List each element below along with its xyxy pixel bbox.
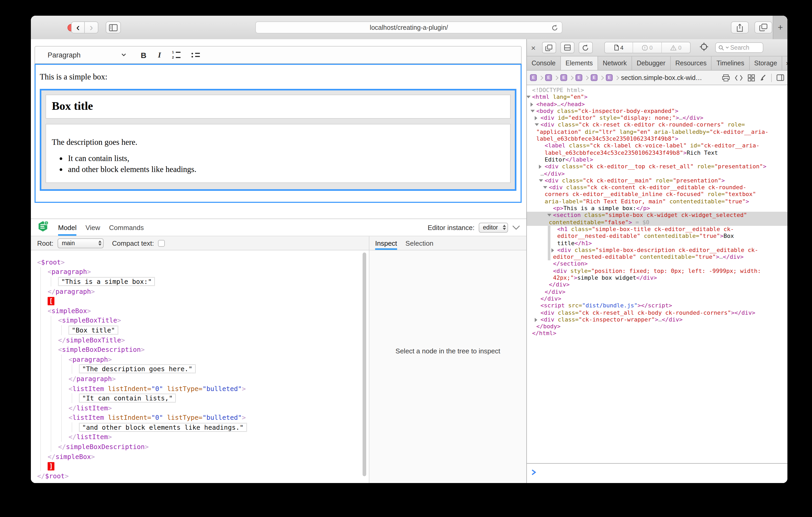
dom-tree-row[interactable]: <html lang="en"> — [527, 94, 787, 101]
model-tree-row[interactable]: "It can contain lists," — [37, 393, 369, 403]
devtools-tab-debugger[interactable]: Debugger — [632, 57, 671, 70]
element-badge[interactable]: E — [560, 74, 567, 81]
dom-tree-row[interactable]: label_e63cbbfece34c53ce23501062343f49b8"… — [527, 149, 787, 156]
model-tree-row[interactable]: </paragraph> — [37, 374, 369, 384]
address-bar[interactable]: localhost/creating-a-plugin/ — [255, 22, 562, 33]
dom-tree-row[interactable]: <!DOCTYPE html> — [527, 87, 787, 94]
devtools-tab-timelines[interactable]: Timelines — [712, 57, 750, 70]
compact-text-checkbox[interactable] — [158, 240, 165, 246]
disclosure-collapsed-icon[interactable] — [539, 165, 542, 169]
styles-brush-icon[interactable] — [760, 74, 766, 81]
devtools-tab-network[interactable]: Network — [598, 57, 632, 70]
back-button[interactable]: ‹ — [71, 22, 85, 33]
inspector-tab-view[interactable]: View — [86, 219, 100, 236]
layout-grid-icon[interactable] — [748, 74, 755, 81]
sidebar-toggle-button[interactable] — [106, 22, 121, 33]
model-tree-row[interactable]: "Box title" — [37, 325, 369, 335]
more-tabs-button[interactable]: » — [782, 57, 787, 70]
detach-devtools-button[interactable] — [542, 42, 556, 53]
warning-count[interactable]: 0 — [661, 42, 690, 53]
element-badge[interactable]: E — [591, 74, 598, 81]
print-icon[interactable] — [722, 74, 730, 81]
dom-tree-row[interactable]: </div> — [527, 288, 787, 295]
dom-tree-row[interactable]: <div class="ck ck-editor__main" role="pr… — [527, 177, 787, 184]
dom-tree-row[interactable]: <script src="dist/bundle.js"></script> — [527, 302, 787, 309]
devtools-tab-console[interactable]: Console — [527, 57, 561, 70]
element-badge[interactable]: E — [545, 74, 552, 81]
dom-tree-row[interactable]: </div> — [527, 295, 787, 302]
model-tree-row[interactable]: <listItem listIndent="0" listType="bulle… — [37, 413, 369, 422]
dom-tree-row[interactable]: <h1 class="simple-box-title ck-editor__e… — [527, 226, 787, 233]
dom-tree-row[interactable]: <body class="ck-inspector-body-expanded"… — [527, 108, 787, 115]
model-tree-row[interactable]: </simpleBoxTitle> — [37, 335, 369, 345]
box-title-text[interactable]: Box title — [52, 99, 510, 113]
dom-tree-row[interactable]: 42px;">simple box widget</div> — [527, 274, 787, 281]
model-tree-row[interactable]: <$root> — [37, 257, 369, 267]
heading-dropdown-chevron-icon[interactable] — [121, 53, 126, 57]
dom-tree-row[interactable]: "application" dir="ltr" lang="en" aria-l… — [527, 129, 787, 136]
model-tree-row[interactable]: [ — [37, 296, 369, 306]
dom-tree-row[interactable]: <div class="ck ck-reset_all ck-body ck-r… — [527, 309, 787, 316]
editor-editable-area[interactable]: This is a simple box: Box title The desc… — [34, 64, 522, 203]
simple-box-title-field[interactable]: Box title — [46, 95, 511, 119]
italic-button[interactable]: I — [158, 51, 161, 59]
forward-button[interactable]: › — [85, 22, 98, 33]
model-tree-row[interactable]: "The description goes here." — [37, 364, 369, 374]
dom-tree-row[interactable]: corners ck-editor__editable_inline ck-fo… — [527, 191, 787, 198]
dom-tree-row[interactable]: <section class="simple-box ck-widget ck-… — [527, 212, 787, 219]
disclosure-collapsed-icon[interactable] — [535, 116, 537, 120]
model-tree-row[interactable]: </simpleBoxDescription> — [37, 442, 369, 452]
disclosure-expanded-icon[interactable] — [530, 110, 535, 112]
heading-dropdown[interactable]: Paragraph — [48, 51, 81, 59]
disclosure-expanded-icon[interactable] — [547, 214, 551, 217]
dom-tree-row[interactable]: Editor</label> — [527, 156, 787, 163]
dom-tree-row[interactable]: editor__nested-editable" contenteditable… — [527, 233, 787, 240]
disclosure-expanded-icon[interactable] — [539, 179, 543, 182]
devtools-tab-storage[interactable]: Storage — [750, 57, 782, 70]
dom-tree-row[interactable]: <div class="ck-inspector-wrapper">…</div… — [527, 316, 787, 323]
dom-tree-row[interactable]: <head>…</head> — [527, 101, 787, 108]
dom-tree-row[interactable]: <div class="ck ck-reset ck-editor ck-rou… — [527, 122, 787, 129]
inspector-side-tab-inspect[interactable]: Inspect — [375, 236, 397, 250]
breadcrumb-current[interactable]: section.simple-box.ck-wid… — [621, 74, 702, 81]
source-code-icon[interactable] — [734, 74, 743, 81]
bold-button[interactable]: B — [141, 51, 146, 59]
element-badge[interactable]: E — [576, 74, 582, 81]
element-badge[interactable]: E — [606, 74, 613, 81]
dom-tree-row[interactable]: editor__nested-editable" contenteditable… — [527, 253, 787, 261]
disclosure-expanded-icon[interactable] — [535, 124, 539, 126]
simple-box-widget[interactable]: Box title The description goes here. It … — [40, 89, 516, 191]
dom-tree-row[interactable]: title</h1> — [527, 240, 787, 247]
disclosure-expanded-icon[interactable] — [543, 186, 547, 189]
collapse-inspector-icon[interactable] — [512, 225, 520, 230]
dom-tree-row[interactable]: <div style="position: fixed; top: 0px; l… — [527, 267, 787, 274]
dom-tree-row[interactable]: contenteditable="false"> = $0 — [527, 219, 787, 226]
tab-overview-button[interactable] — [754, 22, 772, 33]
box-bullet-list[interactable]: It can contain lists,and other block ele… — [52, 154, 510, 174]
inspector-side-tab-selection[interactable]: Selection — [405, 236, 433, 250]
root-select[interactable]: main — [58, 238, 104, 248]
dom-tree-row[interactable]: </div> — [527, 281, 787, 288]
model-tree-row[interactable]: <paragraph> — [37, 355, 369, 364]
dom-tree-row[interactable]: …</div> — [527, 170, 787, 177]
dom-tree-row[interactable]: <div id="editor" style="display: none;">… — [527, 115, 787, 122]
dom-tree-row[interactable]: <div class="simple-box-description ck-ed… — [527, 247, 787, 254]
dom-tree-row[interactable]: aria-label="Rich Text Editor, main" cont… — [527, 198, 787, 205]
bulleted-list-button[interactable] — [191, 53, 200, 57]
model-tree-row[interactable]: <paragraph> — [37, 267, 369, 277]
dom-tree-row[interactable]: label_e63cbbfece34c53ce23501062343f49b8"… — [527, 135, 787, 143]
box-list-item[interactable]: and other block elements like headings. — [68, 165, 510, 174]
new-tab-button[interactable]: + — [773, 16, 787, 39]
disclosure-expanded-icon[interactable] — [527, 96, 530, 98]
model-tree-row[interactable]: </listItem> — [37, 432, 369, 442]
disclosure-collapsed-icon[interactable] — [551, 248, 554, 252]
model-tree-row[interactable]: <simpleBoxTitle> — [37, 315, 369, 325]
model-tree-row[interactable]: "This is a simple box:" — [37, 277, 369, 286]
dock-to-bottom-button[interactable] — [560, 42, 575, 53]
reload-button[interactable] — [551, 24, 558, 33]
error-count[interactable]: 0 — [633, 42, 661, 53]
model-tree-row[interactable]: </$root> — [37, 471, 369, 481]
devtools-reload-button[interactable] — [579, 42, 593, 53]
model-tree-row[interactable]: <listItem listIndent="0" listType="bulle… — [37, 384, 369, 393]
dom-tree-row[interactable]: </section> — [527, 261, 787, 268]
